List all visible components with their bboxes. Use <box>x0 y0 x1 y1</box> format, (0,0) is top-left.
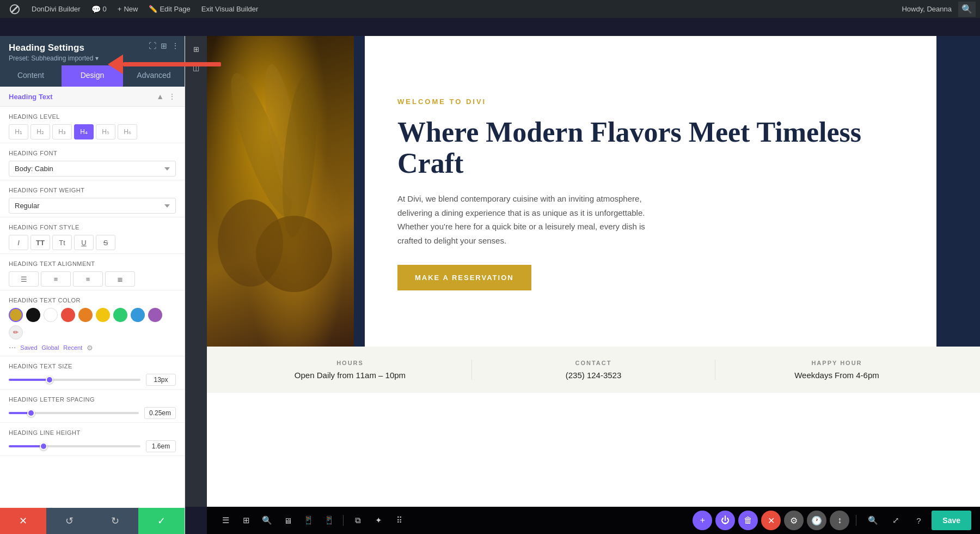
exit-builder-link[interactable]: Exit Visual Builder <box>197 0 263 18</box>
section-icons: ▲ ⋮ <box>156 92 176 101</box>
sort-button[interactable]: ↕ <box>830 511 849 530</box>
h5-button[interactable]: H₅ <box>96 124 115 139</box>
bt-zoom-icon[interactable]: 🔍 <box>863 511 883 530</box>
trash-button[interactable]: 🗑 <box>738 511 758 530</box>
color-swatch-blue[interactable] <box>131 308 145 322</box>
heading-letter-spacing-value[interactable]: 0.25em <box>144 407 176 419</box>
align-center-button[interactable]: ≡ <box>41 271 71 287</box>
divi-builder-link[interactable]: DonDivi Builder <box>27 0 85 18</box>
align-justify-button[interactable]: ≣ <box>105 271 135 287</box>
dark-strip <box>354 36 365 347</box>
uppercase-button[interactable]: TT <box>30 235 50 250</box>
color-swatch-black[interactable] <box>26 308 40 322</box>
close-button[interactable]: ✕ <box>761 511 781 530</box>
heading-text-size-slider[interactable] <box>9 379 140 381</box>
align-right-button[interactable]: ≡ <box>73 271 103 287</box>
bt-search-icon[interactable]: 🔍 <box>257 511 277 530</box>
panel-footer: ✕ ↺ ↻ ✓ <box>0 508 185 534</box>
layers-button[interactable]: ◫ <box>187 59 205 76</box>
heading-letter-spacing-slider[interactable] <box>9 412 139 414</box>
bt-desktop-icon[interactable]: 🖥 <box>278 511 297 530</box>
bt-grid-icon[interactable]: ⊞ <box>236 511 256 530</box>
bt-mobile-icon[interactable]: 📱 <box>319 511 339 530</box>
color-tab-recent[interactable]: Recent <box>63 344 82 351</box>
color-tab-global[interactable]: Global <box>42 344 59 351</box>
color-swatch-green[interactable] <box>113 308 127 322</box>
confirm-button[interactable]: ✓ <box>138 508 185 534</box>
contact-value: (235) 124-3523 <box>472 371 715 380</box>
bt-menu-icon[interactable]: ☰ <box>216 511 235 530</box>
strikethrough-button[interactable]: S <box>96 235 115 250</box>
heading-font-weight-select[interactable]: Regular <box>9 198 176 214</box>
power-button[interactable]: ⏻ <box>715 511 735 530</box>
panel-header: Heading Settings Preset: Subheading impo… <box>0 36 185 65</box>
h4-button[interactable]: H₄ <box>74 124 94 139</box>
underline-button[interactable]: U <box>74 235 94 250</box>
section-title: Heading Text <box>9 93 53 101</box>
h1-button[interactable]: H₁ <box>9 124 28 139</box>
panel-preset[interactable]: Preset: Subheading imported ▾ <box>9 54 176 62</box>
heading-line-height-slider[interactable] <box>9 445 140 447</box>
color-swatch-gold[interactable] <box>9 308 23 322</box>
reservation-button[interactable]: MAKE A RESERVATION <box>397 265 531 290</box>
panel-columns-icon[interactable]: ⊞ <box>161 41 167 50</box>
section-menu-icon[interactable]: ⋮ <box>168 92 176 101</box>
wp-logo[interactable] <box>4 0 25 18</box>
panel-fullscreen-icon[interactable]: ⛶ <box>149 41 156 50</box>
heading-letter-spacing-label: Heading Letter Spacing <box>9 396 176 403</box>
h2-button[interactable]: H₂ <box>30 124 50 139</box>
color-swatch-red[interactable] <box>61 308 75 322</box>
collapse-icon[interactable]: ▲ <box>156 92 164 101</box>
panel-menu-icon[interactable]: ⋮ <box>171 41 179 50</box>
info-bar: HOURS Open Daily from 11am – 10pm CONTAC… <box>207 347 980 393</box>
italic-button[interactable]: I <box>9 235 28 250</box>
comments-link[interactable]: 💬 0 <box>87 0 111 18</box>
undo-button[interactable]: ↺ <box>46 508 93 534</box>
add-element-button[interactable]: + <box>693 511 712 530</box>
tab-design[interactable]: Design <box>62 65 123 87</box>
admin-search-button[interactable]: 🔍 <box>958 2 976 17</box>
heading-font-select[interactable]: Body: Cabin <box>9 161 176 177</box>
tab-advanced[interactable]: Advanced <box>123 65 185 87</box>
heading-line-height-value[interactable]: 1.6em <box>146 440 176 452</box>
save-button[interactable]: Save <box>932 511 971 530</box>
tab-content[interactable]: Content <box>0 65 62 87</box>
color-tab-saved[interactable]: Saved <box>20 344 37 351</box>
edit-page-link[interactable]: ✏️ Edit Page <box>144 0 194 18</box>
bt-dots-grid-icon[interactable]: ⠿ <box>389 511 409 530</box>
h6-button[interactable]: H₆ <box>118 124 137 139</box>
heading-text-alignment-row: Heading Text Alignment ☰ ≡ ≡ ≣ <box>0 254 185 290</box>
canvas-area: ⊞ ◫ <box>185 36 980 534</box>
contact-label: CONTACT <box>472 360 715 366</box>
color-more-icon[interactable]: ··· <box>9 343 16 353</box>
color-picker-button[interactable]: ✏ <box>9 325 23 339</box>
bt-tablet-icon[interactable]: 📱 <box>298 511 318 530</box>
heading-font-label: Heading Font <box>9 150 176 156</box>
cancel-button[interactable]: ✕ <box>0 508 46 534</box>
heading-font-row: Heading Font Body: Cabin <box>0 143 185 180</box>
bt-expand-icon[interactable]: ⤢ <box>886 511 905 530</box>
capitalize-button[interactable]: Tt <box>52 235 72 250</box>
bt-help-icon[interactable]: ? <box>909 511 928 530</box>
happy-hour-label: HAPPY HOUR <box>715 360 958 366</box>
align-left-button[interactable]: ☰ <box>9 271 39 287</box>
section-heading-text: Heading Text ▲ ⋮ <box>0 87 185 107</box>
color-swatch-white[interactable] <box>44 308 58 322</box>
left-toolbar: ⊞ ◫ <box>185 36 207 507</box>
toolbar-separator-1 <box>343 515 344 526</box>
color-swatch-orange[interactable] <box>78 308 93 322</box>
heading-text-size-value[interactable]: 13px <box>146 374 176 386</box>
color-settings-icon[interactable]: ⚙ <box>87 344 93 352</box>
wireframe-button[interactable]: ⊞ <box>187 40 205 58</box>
color-swatch-purple[interactable] <box>148 308 162 322</box>
redo-button[interactable]: ↻ <box>93 508 139 534</box>
bt-sparkle-icon[interactable]: ✦ <box>369 511 388 530</box>
color-swatch-yellow[interactable] <box>96 308 110 322</box>
history-button[interactable]: 🕐 <box>807 511 826 530</box>
h3-button[interactable]: H₃ <box>52 124 72 139</box>
settings-button[interactable]: ⚙ <box>784 511 804 530</box>
admin-bar: DonDivi Builder 💬 0 + New ✏️ Edit Page E… <box>0 0 980 18</box>
new-link[interactable]: + New <box>113 0 143 18</box>
heading-text-size-slider-row: 13px <box>9 374 176 386</box>
bt-transform-icon[interactable]: ⧉ <box>348 511 367 530</box>
